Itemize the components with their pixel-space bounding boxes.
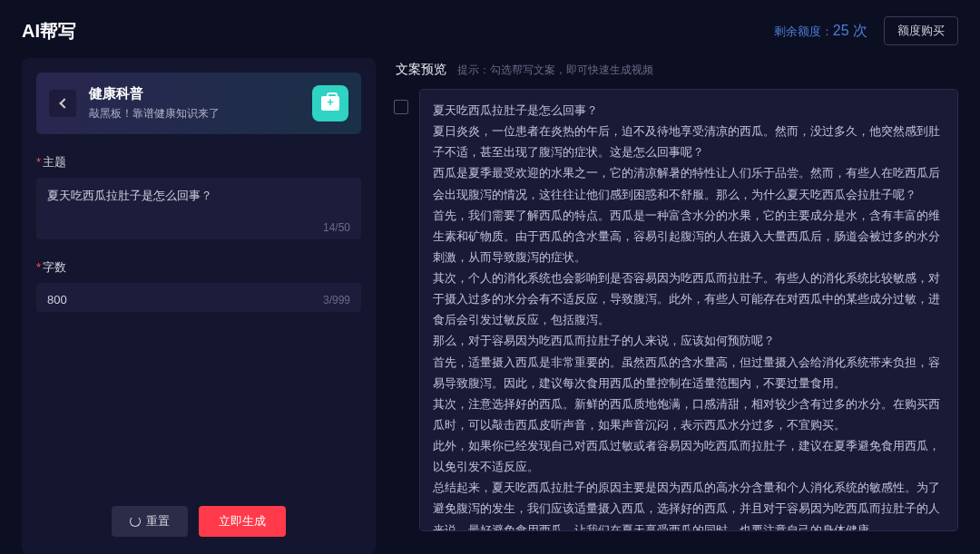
reset-label: 重置	[146, 513, 170, 530]
words-input-wrap: 3/999	[36, 283, 361, 312]
select-checkbox[interactable]	[394, 100, 408, 114]
content-paragraph: 夏日炎炎，一位患者在炎热的午后，迫不及待地享受清凉的西瓜。然而，没过多久，他突然…	[433, 121, 945, 163]
reset-button[interactable]: 重置	[112, 506, 188, 537]
category-subtitle: 敲黑板！靠谱健康知识来了	[89, 106, 299, 121]
topic-label: *主题	[36, 154, 361, 170]
topic-group: *主题 14/50	[36, 154, 361, 239]
action-row: 重置 立即生成	[36, 499, 361, 540]
content-paragraph: 那么，对于容易因为吃西瓜而拉肚子的人来说，应该如何预防呢？	[433, 331, 945, 352]
content-paragraph: 其次，个人的消化系统也会影响到是否容易因为吃西瓜而拉肚子。有些人的消化系统比较敏…	[433, 268, 945, 331]
words-label: *字数	[36, 259, 361, 276]
buy-credits-button[interactable]: 额度购买	[884, 16, 958, 45]
topic-input-wrap: 14/50	[36, 178, 361, 239]
words-group: *字数 3/999	[36, 259, 361, 312]
credit-info: 剩余额度：25 次	[774, 22, 867, 41]
preview-title: 文案预览	[396, 62, 446, 78]
content-paragraph: 西瓜是夏季最受欢迎的水果之一，它的清凉解暑的特性让人们乐于品尝。然而，有些人在吃…	[433, 163, 945, 205]
category-card: 健康科普 敲黑板！靠谱健康知识来了	[36, 73, 361, 134]
preview-hint: 提示：勾选帮写文案，即可快速生成视频	[457, 63, 653, 78]
content-paragraph: 此外，如果你已经发现自己对西瓜过敏或者容易因为吃西瓜而拉肚子，建议在夏季避免食用…	[433, 436, 945, 478]
credit-label: 剩余额度：	[774, 24, 833, 38]
header: AI帮写 剩余额度：25 次 额度购买	[0, 0, 980, 58]
content-paragraph: 其次，注意选择好的西瓜。新鲜的西瓜质地饱满，口感清甜，相对较少含有过多的水分。在…	[433, 394, 945, 436]
category-text: 健康科普 敲黑板！靠谱健康知识来了	[89, 85, 299, 121]
refresh-icon	[130, 516, 141, 527]
words-input[interactable]	[47, 293, 260, 306]
preview-header: 文案预览 提示：勾选帮写文案，即可快速生成视频	[394, 58, 958, 89]
content-paragraph: 总结起来，夏天吃西瓜拉肚子的原因主要是因为西瓜的高水分含量和个人消化系统的敏感性…	[433, 478, 945, 531]
header-right: 剩余额度：25 次 额度购买	[774, 16, 958, 45]
topic-counter: 14/50	[47, 221, 350, 234]
words-counter: 3/999	[323, 294, 350, 306]
preview-panel: 文案预览 提示：勾选帮写文案，即可快速生成视频 夏天吃西瓜拉肚子是怎么回事？夏日…	[394, 58, 958, 554]
chevron-left-icon	[59, 98, 69, 108]
generate-button[interactable]: 立即生成	[199, 506, 286, 537]
preview-body: 夏天吃西瓜拉肚子是怎么回事？夏日炎炎，一位患者在炎热的午后，迫不及待地享受清凉的…	[394, 89, 958, 531]
topic-input[interactable]	[47, 190, 350, 203]
medkit-icon	[321, 96, 339, 111]
category-title: 健康科普	[89, 85, 299, 102]
generated-content[interactable]: 夏天吃西瓜拉肚子是怎么回事？夏日炎炎，一位患者在炎热的午后，迫不及待地享受清凉的…	[419, 89, 958, 531]
category-icon-wrap	[312, 85, 348, 121]
content-paragraph: 首先，我们需要了解西瓜的特点。西瓜是一种富含水分的水果，它的主要成分是水，含有丰…	[433, 206, 945, 268]
credit-value: 25 次	[833, 23, 867, 38]
back-button[interactable]	[49, 90, 76, 117]
config-panel: 健康科普 敲黑板！靠谱健康知识来了 *主题 14/50 *字数 3/999	[22, 58, 376, 554]
content-paragraph: 首先，适量摄入西瓜是非常重要的。虽然西瓜的含水量高，但过量摄入会给消化系统带来负…	[433, 353, 945, 394]
content-paragraph: 夏天吃西瓜拉肚子是怎么回事？	[433, 101, 945, 121]
page-title: AI帮写	[22, 19, 76, 44]
